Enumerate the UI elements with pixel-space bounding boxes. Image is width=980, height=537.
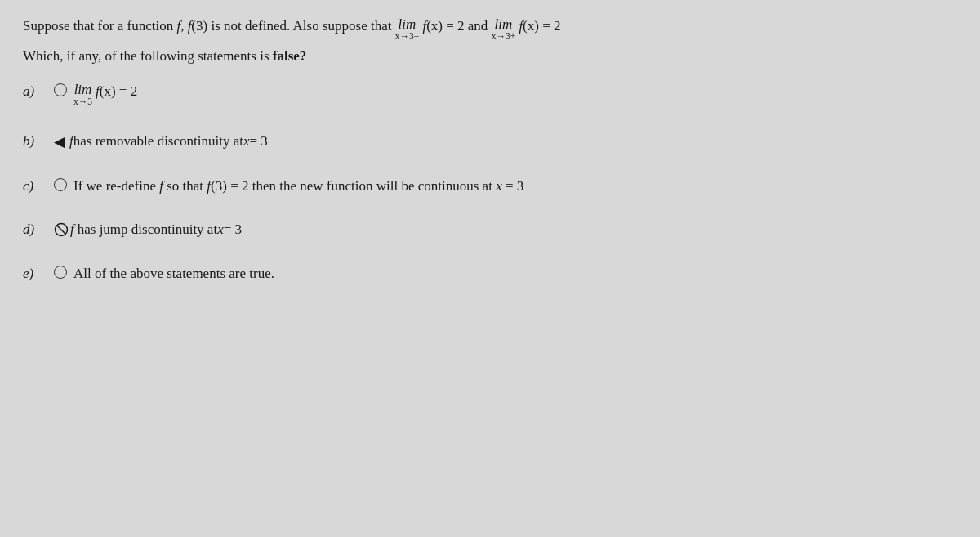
header-text: Suppose that for a function f, f(3) is n…	[23, 15, 957, 43]
option-c-text3: (3) = 2 then the new function will be co…	[211, 178, 496, 194]
option-b-eq3: = 3	[249, 131, 267, 152]
option-b-text: has removable discontinuity at	[74, 131, 243, 152]
option-c: c) If we re-define f so that f(3) = 2 th…	[23, 176, 957, 197]
option-b-cursor-icon: ◀	[54, 132, 65, 153]
svg-line-1	[57, 226, 66, 235]
option-d-eq: = 3	[224, 219, 242, 240]
option-c-label: c)	[23, 176, 54, 197]
option-c-text4: = 3	[502, 178, 524, 194]
option-a-lim: limx→3	[74, 83, 92, 107]
intro-part1: Suppose that for a function	[23, 18, 176, 34]
option-d: d) f has jump discontinuity at x = 3	[23, 219, 957, 240]
option-b-label: b)	[23, 131, 54, 152]
option-b: b) ◀ f has removable discontinuity at x …	[23, 131, 957, 153]
option-d-text: has jump discontinuity at	[78, 219, 217, 240]
option-c-content: If we re-define f so that f(3) = 2 then …	[74, 176, 523, 197]
page: Suppose that for a function f, f(3) is n…	[0, 0, 980, 537]
option-a-content: limx→3f(x) = 2	[74, 81, 137, 109]
option-d-x: x	[217, 219, 224, 240]
option-a-eq: (x) = 2	[100, 83, 137, 99]
intro-part2: ,	[180, 18, 188, 34]
options-list: a) limx→3f(x) = 2 b) ◀ f has removable d…	[23, 81, 957, 284]
option-a-radio[interactable]	[54, 83, 67, 96]
which-part1: Which, if any, of the following statemen…	[23, 48, 273, 64]
option-c-radio[interactable]	[54, 178, 67, 191]
option-c-x: x	[496, 178, 502, 194]
option-e-text: All of the above statements are true.	[74, 263, 274, 284]
which-text: Which, if any, of the following statemen…	[23, 48, 957, 65]
option-d-of-icon: f	[54, 219, 74, 240]
fx-eq-2-and: f(x) = 2 and	[419, 18, 491, 34]
intro-part3: is not defined. Also suppose that	[207, 18, 394, 34]
crossed-circle-icon	[54, 222, 69, 237]
option-e: e) All of the above statements are true.	[23, 263, 957, 284]
option-c-text1: If we re-define	[74, 178, 159, 194]
option-e-label: e)	[23, 263, 54, 284]
limit1-notation: limx→3−	[395, 17, 420, 42]
fx-eq-2-end: f(x) = 2	[515, 18, 560, 34]
option-a: a) limx→3f(x) = 2	[23, 81, 957, 109]
option-d-label: d)	[23, 219, 54, 240]
option-b-x: x	[243, 131, 250, 152]
option-e-radio[interactable]	[54, 266, 67, 279]
option-a-label: a)	[23, 81, 54, 102]
false-word: false?	[273, 48, 307, 64]
limit2-notation: limx→3+	[492, 17, 516, 42]
option-c-text2: so that	[163, 178, 207, 194]
intro-part2b: (3)	[191, 18, 207, 34]
option-d-f: f	[70, 219, 74, 240]
